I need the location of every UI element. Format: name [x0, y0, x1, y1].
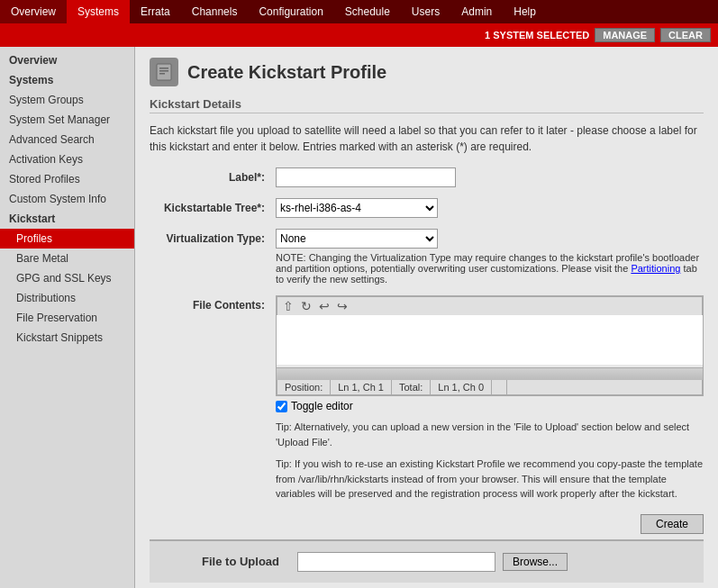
file-contents-label: File Contents: — [150, 295, 276, 312]
sidebar-item-custom-system-info[interactable]: Custom System Info — [0, 189, 134, 209]
page-description: Each kickstart file you upload to satell… — [150, 122, 704, 155]
editor-btn-redo[interactable]: ↪ — [335, 299, 350, 313]
editor-wrapper: ⇧ ↻ ↩ ↪ Position: Ln 1, Ch 1 — [276, 295, 704, 396]
position-value: Ln 1, Ch 1 — [331, 380, 392, 394]
kickstartable-tree-row: Kickstartable Tree*: ks-rhel-i386-as-4 — [150, 198, 704, 218]
sidebar-item-system-set-manager[interactable]: System Set Manager — [0, 110, 134, 130]
total-label: Total: — [392, 380, 431, 394]
file-contents-row: File Contents: ⇧ ↻ ↩ ↪ — [150, 295, 704, 502]
content-area: Create Kickstart Profile Kickstart Detai… — [135, 47, 718, 588]
editor-btn-upload[interactable]: ⇧ — [281, 299, 295, 313]
file-upload-section: File to Upload Browse... — [150, 539, 704, 583]
section-title: Kickstart Details — [150, 97, 704, 113]
toggle-editor-row: Toggle editor — [276, 400, 704, 412]
virtualization-note: NOTE: Changing the Virtualization Type m… — [276, 252, 704, 285]
svg-rect-1 — [159, 68, 168, 69]
virtualization-type-select[interactable]: None — [276, 229, 438, 249]
editor-status-bar: Position: Ln 1, Ch 1 Total: Ln 1, Ch 0 — [277, 380, 703, 395]
file-contents-editor[interactable] — [277, 315, 703, 365]
kickstartable-tree-container: ks-rhel-i386-as-4 — [276, 198, 704, 218]
nav-admin[interactable]: Admin — [450, 0, 503, 23]
editor-hscroll[interactable] — [277, 367, 703, 380]
kickstartable-tree-label: Kickstartable Tree*: — [150, 198, 276, 214]
label-field-container — [276, 167, 704, 187]
sidebar-item-gpg-ssl-keys[interactable]: GPG and SSL Keys — [0, 268, 134, 288]
browse-button[interactable]: Browse... — [503, 553, 568, 571]
nav-overview[interactable]: Overview — [0, 0, 67, 23]
page-icon — [150, 58, 178, 86]
upload-btn-row: Upload File — [150, 583, 704, 589]
create-button[interactable]: Create — [641, 514, 704, 534]
manage-button[interactable]: MANAGE — [595, 28, 655, 42]
clear-button[interactable]: CLEAR — [660, 28, 711, 42]
sidebar: Overview Systems System Groups System Se… — [0, 47, 135, 588]
editor-extra — [492, 380, 507, 394]
sidebar-item-file-preservation[interactable]: File Preservation — [0, 308, 134, 328]
nav-configuration[interactable]: Configuration — [248, 0, 333, 23]
editor-toolbar: ⇧ ↻ ↩ ↪ — [277, 296, 703, 315]
file-upload-input[interactable] — [297, 552, 495, 572]
nav-systems[interactable]: Systems — [67, 0, 130, 23]
sidebar-item-activation-keys[interactable]: Activation Keys — [0, 149, 134, 169]
svg-rect-2 — [159, 70, 168, 72]
tip2-text: Tip: If you wish to re-use an existing K… — [276, 457, 704, 502]
page-title: Create Kickstart Profile — [187, 62, 386, 83]
sidebar-item-kickstart[interactable]: Kickstart — [0, 209, 134, 229]
sidebar-item-systems[interactable]: Systems — [0, 70, 134, 90]
nav-errata[interactable]: Errata — [130, 0, 181, 23]
nav-help[interactable]: Help — [503, 0, 547, 23]
label-input[interactable] — [276, 167, 456, 187]
label-field-label: Label*: — [150, 167, 276, 184]
virtualization-type-row: Virtualization Type: None NOTE: Changing… — [150, 229, 704, 285]
svg-rect-0 — [157, 64, 171, 80]
sidebar-item-advanced-search[interactable]: Advanced Search — [0, 130, 134, 149]
sidebar-item-stored-profiles[interactable]: Stored Profiles — [0, 169, 134, 189]
kickstartable-tree-select[interactable]: ks-rhel-i386-as-4 — [276, 198, 438, 218]
editor-btn-undo[interactable]: ↩ — [317, 299, 332, 313]
sidebar-item-kickstart-snippets[interactable]: Kickstart Snippets — [0, 328, 134, 348]
label-row: Label*: — [150, 167, 704, 187]
sidebar-item-distributions[interactable]: Distributions — [0, 288, 134, 308]
nav-users[interactable]: Users — [401, 0, 450, 23]
sidebar-item-bare-metal[interactable]: Bare Metal — [0, 249, 134, 268]
partitioning-link[interactable]: Partitioning — [631, 263, 680, 274]
nav-schedule[interactable]: Schedule — [334, 0, 401, 23]
top-navigation: Overview Systems Errata Channels Configu… — [0, 0, 718, 23]
sidebar-item-system-groups[interactable]: System Groups — [0, 90, 134, 110]
system-selected-text: 1 SYSTEM SELECTED — [485, 30, 589, 41]
tip1-text: Tip: Alternatively, you can upload a new… — [276, 420, 704, 449]
create-btn-row: Create — [150, 514, 704, 534]
position-label: Position: — [277, 380, 331, 394]
total-value: Ln 1, Ch 0 — [431, 380, 492, 394]
main-layout: Overview Systems System Groups System Se… — [0, 47, 718, 588]
editor-btn-refresh[interactable]: ↻ — [299, 299, 314, 313]
virtualization-type-label: Virtualization Type: — [150, 229, 276, 245]
sidebar-item-profiles[interactable]: Profiles — [0, 229, 134, 249]
sidebar-item-overview[interactable]: Overview — [0, 50, 134, 70]
system-selected-bar: 1 SYSTEM SELECTED MANAGE CLEAR — [0, 23, 718, 47]
page-header: Create Kickstart Profile — [150, 58, 704, 86]
virtualization-type-container: None NOTE: Changing the Virtualization T… — [276, 229, 704, 285]
toggle-editor-label: Toggle editor — [291, 400, 353, 412]
file-contents-container: ⇧ ↻ ↩ ↪ Position: Ln 1, Ch 1 — [276, 295, 704, 502]
file-upload-label: File to Upload — [164, 555, 290, 568]
nav-channels[interactable]: Channels — [181, 0, 249, 23]
svg-rect-3 — [159, 73, 165, 75]
toggle-editor-checkbox[interactable] — [276, 401, 287, 412]
